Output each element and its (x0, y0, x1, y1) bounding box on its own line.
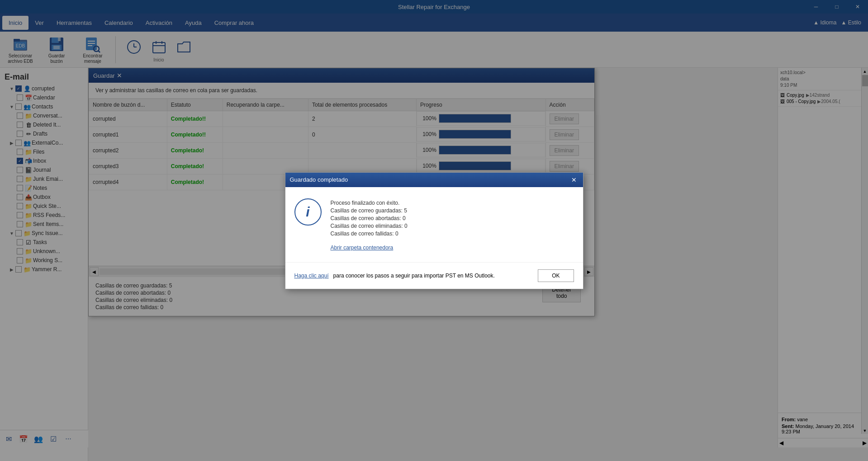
confirm-overlay: Guardado completado ✕ i Proceso finaliza… (88, 68, 868, 461)
confirm-title: Guardado completado (290, 176, 348, 183)
confirm-open-folder-link[interactable]: Abrir carpeta contenedora (331, 245, 394, 251)
confirm-msg-3: Casillas de correo eliminadas: 0 (331, 223, 574, 229)
confirm-ok-button[interactable]: OK (538, 269, 574, 282)
confirm-footer: Haga clic aquí para conocer los pasos a … (285, 262, 583, 289)
confirm-msg-0: Proceso finalizado con éxito. (331, 200, 574, 206)
confirm-footer-link[interactable]: Haga clic aquí (294, 273, 329, 279)
confirm-titlebar: Guardado completado ✕ (285, 173, 583, 187)
confirm-msg-4: Casillas de correo fallidas: 0 (331, 230, 574, 237)
confirm-msg-2: Casillas de correo abortadas: 0 (331, 215, 574, 221)
confirm-text-area: Proceso finalizado con éxito. Casillas d… (331, 198, 574, 251)
main-content-area: Guardar ✕ Ver y administrar las casillas… (88, 68, 868, 461)
main-layout: E-mail ▼ ✓ 👤 corrupted 📅 Calendar ▼ 👥 Co… (0, 68, 868, 461)
confirm-body: i Proceso finalizado con éxito. Casillas… (285, 187, 583, 262)
confirm-close-btn[interactable]: ✕ (569, 175, 579, 184)
confirm-footer-text: para conocer los pasos a seguir para imp… (333, 273, 495, 279)
confirm-dialog: Guardado completado ✕ i Proceso finaliza… (285, 172, 583, 289)
confirm-msg-1: Casillas de correo guardadas: 5 (331, 207, 574, 214)
confirm-info-icon: i (294, 198, 322, 226)
